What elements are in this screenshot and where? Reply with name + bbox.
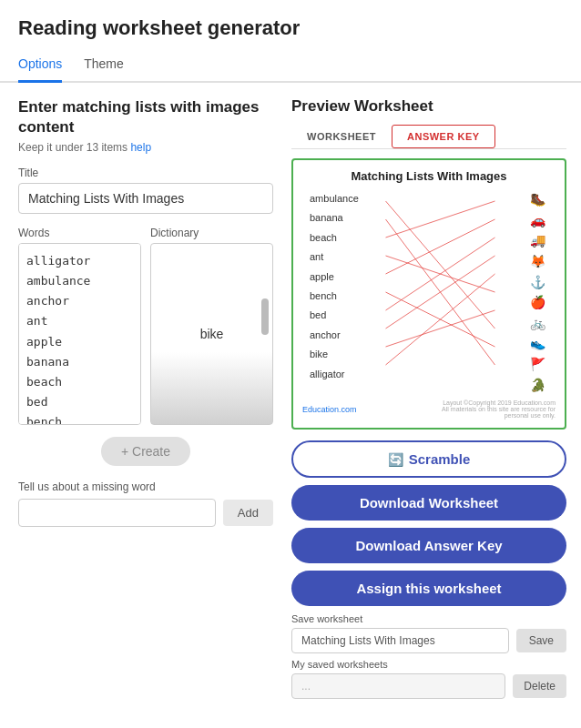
page-title: Reading worksheet generator [18, 16, 563, 40]
ws-img: 👟 [526, 336, 548, 351]
missing-word-section: Tell us about a missing word Add [18, 480, 273, 527]
save-section: Save worksheet Save [291, 613, 566, 653]
ws-word: anchor [310, 329, 359, 342]
ws-footer: Education.com Layout ©Copyright 2019 Edu… [302, 399, 556, 419]
ws-word: alligator [310, 368, 359, 381]
scramble-label: Scramble [409, 451, 471, 467]
dict-box: bike [150, 243, 273, 425]
add-button[interactable]: Add [223, 500, 273, 526]
right-panel: Preview Worksheet WORKSHEET ANSWER KEY M… [291, 83, 581, 719]
ws-content: ambulance banana beach ant apple bench b… [302, 192, 556, 392]
words-textarea[interactable]: alligator ambulance anchor ant apple ban… [18, 243, 141, 425]
tabs-row: Options Theme [0, 49, 581, 83]
missing-word-row: Add [18, 499, 273, 527]
ws-img: 🥾 [526, 192, 548, 207]
svg-line-1 [386, 219, 495, 365]
saved-label: My saved worksheets [291, 659, 566, 670]
save-row: Save [291, 628, 566, 653]
ws-img: ⚓ [526, 274, 548, 289]
words-dict-row: Words alligator ambulance anchor ant app… [18, 227, 273, 428]
ws-words-col: ambulance banana beach ant apple bench b… [310, 192, 359, 392]
tab-answer-key[interactable]: ANSWER KEY [392, 125, 495, 148]
download-worksheet-button[interactable]: Download Worksheet [291, 485, 566, 521]
ws-word: bed [310, 308, 359, 322]
ws-word: beach [310, 231, 359, 245]
worksheet-preview: Matching Lists With Images [291, 158, 566, 430]
title-label: Title [18, 167, 273, 179]
saved-section: My saved worksheets Delete [291, 659, 566, 699]
svg-line-5 [386, 292, 495, 347]
ws-title: Matching Lists With Images [302, 169, 556, 183]
svg-line-0 [386, 201, 495, 329]
saved-input[interactable] [291, 673, 505, 699]
ws-word: banana [310, 211, 359, 225]
ws-img: 🚲 [526, 316, 548, 331]
delete-button[interactable]: Delete [513, 674, 566, 698]
ws-copyright: Layout ©Copyright 2019 Education.comAll … [428, 399, 556, 419]
ws-word: bench [310, 289, 359, 303]
ws-word: ambulance [310, 192, 359, 206]
ws-img: 🚗 [526, 213, 548, 228]
scramble-button[interactable]: 🔄 Scramble [291, 440, 566, 478]
ws-word: bike [310, 348, 359, 361]
page-header: Reading worksheet generator Options Them… [0, 0, 581, 83]
tab-options[interactable]: Options [18, 49, 62, 83]
create-button[interactable]: + Create [101, 437, 190, 466]
ws-img: 🍎 [526, 295, 548, 310]
ws-img: 🚩 [526, 357, 548, 372]
preview-title: Preview Worksheet [291, 97, 566, 116]
subtitle: Keep it under 13 items help [18, 141, 273, 154]
left-panel: Enter matching lists with images content… [0, 83, 291, 719]
svg-line-3 [386, 256, 495, 292]
ws-logo: Education.com [302, 405, 357, 414]
section-title: Enter matching lists with images content [18, 97, 273, 137]
ws-images-col: 🥾 🚗 🚚 🦊 ⚓ 🍎 🚲 👟 🚩 🐊 [526, 192, 548, 392]
save-label: Save worksheet [291, 613, 566, 624]
preview-tabs: WORKSHEET ANSWER KEY [291, 125, 566, 149]
missing-word-input[interactable] [18, 499, 216, 527]
missing-word-label: Tell us about a missing word [18, 480, 273, 493]
dict-col: Dictionary bike [150, 227, 273, 428]
svg-line-9 [386, 274, 495, 365]
saved-row: Delete [291, 673, 566, 699]
dict-scrollbar [261, 298, 269, 335]
download-answer-key-button[interactable]: Download Answer Key [291, 528, 566, 563]
svg-line-7 [386, 256, 495, 329]
dict-label: Dictionary [150, 227, 273, 239]
svg-line-2 [386, 201, 495, 238]
scramble-icon: 🔄 [388, 452, 403, 467]
save-button[interactable]: Save [516, 629, 566, 652]
svg-line-4 [386, 219, 495, 274]
svg-line-8 [386, 310, 495, 347]
tab-worksheet[interactable]: WORKSHEET [291, 125, 392, 148]
tab-theme[interactable]: Theme [84, 49, 124, 83]
words-col: Words alligator ambulance anchor ant app… [18, 227, 141, 428]
svg-line-6 [386, 238, 495, 310]
save-input[interactable] [291, 628, 509, 653]
words-label: Words [18, 227, 141, 239]
ws-word: ant [310, 250, 359, 264]
title-input[interactable] [18, 183, 273, 214]
dict-item: bike [200, 327, 224, 341]
ws-img: 🚚 [526, 233, 548, 248]
ws-img: 🐊 [526, 377, 548, 392]
assign-worksheet-button[interactable]: Assign this worksheet [291, 571, 566, 606]
main-layout: Enter matching lists with images content… [0, 83, 581, 719]
ws-img: 🦊 [526, 254, 548, 269]
help-link[interactable]: help [130, 141, 151, 154]
ws-word: apple [310, 270, 359, 284]
